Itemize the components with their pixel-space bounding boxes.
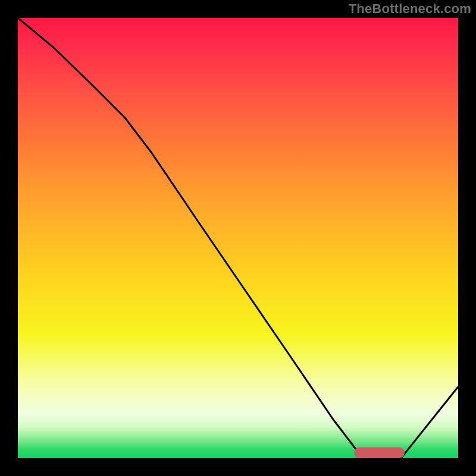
curve-layer bbox=[18, 18, 458, 458]
bottleneck-curve bbox=[18, 18, 458, 458]
optimum-marker bbox=[354, 447, 405, 458]
chart-frame: TheBottleneck.com bbox=[0, 0, 476, 476]
watermark-text: TheBottleneck.com bbox=[349, 1, 471, 17]
plot-area bbox=[18, 18, 458, 458]
